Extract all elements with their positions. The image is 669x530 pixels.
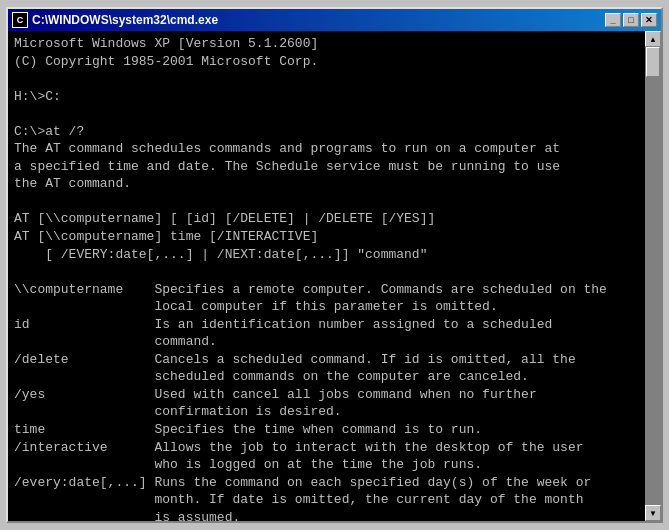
title-bar: C C:\WINDOWS\system32\cmd.exe _ □ ✕ (8, 9, 661, 31)
close-button[interactable]: ✕ (641, 13, 657, 27)
minimize-button[interactable]: _ (605, 13, 621, 27)
scroll-up-button[interactable]: ▲ (645, 31, 661, 47)
app-icon: C (12, 12, 28, 28)
scrollbar[interactable]: ▲ ▼ (645, 31, 661, 521)
scroll-thumb[interactable] (646, 47, 660, 77)
console-wrapper: Microsoft Windows XP [Version 5.1.2600] … (8, 31, 661, 521)
maximize-button[interactable]: □ (623, 13, 639, 27)
scroll-track[interactable] (645, 47, 661, 505)
window-title: C:\WINDOWS\system32\cmd.exe (32, 13, 218, 27)
title-buttons: _ □ ✕ (605, 13, 657, 27)
cmd-window: C C:\WINDOWS\system32\cmd.exe _ □ ✕ Micr… (6, 7, 663, 523)
console-output[interactable]: Microsoft Windows XP [Version 5.1.2600] … (8, 31, 645, 521)
scroll-down-button[interactable]: ▼ (645, 505, 661, 521)
title-bar-left: C C:\WINDOWS\system32\cmd.exe (12, 12, 218, 28)
